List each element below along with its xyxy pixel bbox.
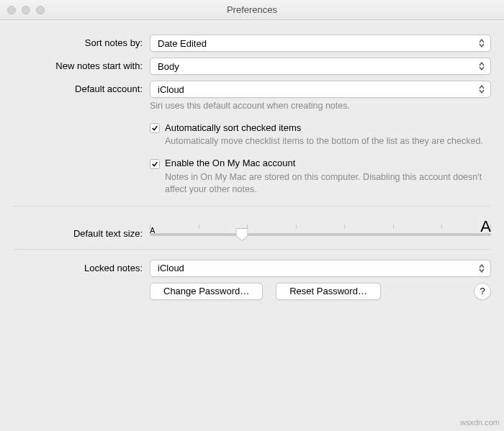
locked-notes-select[interactable]: iCloud [150, 260, 491, 277]
sort-select-value: Date Edited [158, 38, 207, 49]
auto-sort-hint: Automatically move checklist items to th… [165, 135, 491, 148]
chevron-updown-icon [476, 60, 487, 73]
new-notes-select-value: Body [158, 61, 179, 72]
on-my-mac-checkbox[interactable] [150, 159, 160, 169]
default-account-label: Default account: [13, 81, 143, 94]
default-account-select-value: iCloud [158, 84, 184, 95]
slider-track[interactable] [150, 233, 491, 236]
slider-knob-icon[interactable] [235, 228, 248, 241]
default-account-select[interactable]: iCloud [150, 81, 491, 98]
change-password-button[interactable]: Change Password… [150, 283, 263, 300]
on-my-mac-hint: Notes in On My Mac are stored on this co… [165, 171, 491, 196]
divider [13, 206, 491, 207]
locked-notes-select-value: iCloud [158, 263, 184, 273]
new-notes-label: New notes start with: [13, 58, 143, 71]
text-size-slider[interactable]: A A [150, 219, 491, 236]
on-my-mac-label: Enable the On My Mac account [165, 158, 295, 168]
chevron-updown-icon [476, 83, 487, 96]
chevron-updown-icon [476, 262, 487, 275]
auto-sort-checkbox[interactable] [150, 123, 160, 133]
divider [13, 249, 491, 250]
chevron-updown-icon [476, 37, 487, 50]
reset-password-button[interactable]: Reset Password… [276, 283, 381, 300]
default-account-hint: Siri uses this default account when crea… [150, 100, 491, 112]
slider-ticks [150, 224, 491, 229]
preferences-pane: Sort notes by: Date Edited New notes sta… [0, 20, 504, 300]
auto-sort-label: Automatically sort checked items [165, 122, 301, 133]
titlebar: Preferences [0, 0, 504, 20]
sort-select[interactable]: Date Edited [150, 35, 491, 52]
sort-label: Sort notes by: [13, 35, 143, 48]
watermark: wsxdn.com [460, 418, 500, 427]
text-size-label: Default text size: [13, 217, 143, 239]
window-title: Preferences [0, 4, 504, 15]
locked-notes-label: Locked notes: [13, 260, 143, 273]
new-notes-select[interactable]: Body [150, 58, 491, 75]
help-button[interactable]: ? [474, 283, 491, 300]
help-icon: ? [480, 286, 485, 296]
